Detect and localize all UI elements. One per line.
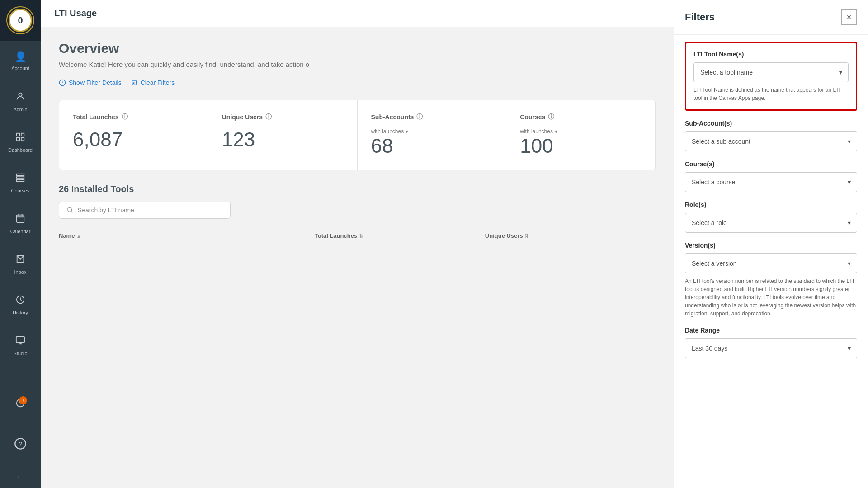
svg-rect-8: [17, 215, 24, 223]
search-box: [59, 202, 231, 219]
column-unique-users[interactable]: Unique Users ⇅: [485, 232, 656, 239]
filter-row: Show Filter Details Clear Filters: [59, 79, 656, 86]
sidebar-item-account[interactable]: 👤 Account: [0, 41, 41, 81]
svg-rect-1: [17, 133, 19, 136]
sidebar-item-history[interactable]: History: [0, 285, 41, 325]
close-filters-button[interactable]: ×: [841, 9, 857, 25]
courses-select-wrapper: Select a course ▾: [685, 172, 857, 192]
close-icon: ×: [847, 13, 852, 22]
courses-info-icon[interactable]: ⓘ: [548, 113, 554, 121]
versions-filter-title: Version(s): [685, 242, 857, 249]
svg-text:?: ?: [19, 441, 23, 448]
lti-tool-name-select[interactable]: Select a tool name: [693, 62, 849, 82]
clear-filters-button[interactable]: Clear Filters: [131, 79, 175, 86]
calendar-icon: [15, 213, 25, 226]
sidebar-item-help[interactable]: ? 10: [0, 384, 41, 425]
total-launches-label: Total Launches: [73, 113, 119, 121]
sidebar-logo[interactable]: 0: [0, 0, 41, 41]
roles-select[interactable]: Select a role: [685, 213, 857, 233]
sidebar-item-label: Admin: [13, 107, 27, 112]
courses-value: 100: [520, 135, 642, 157]
sidebar-item-studio[interactable]: Studio: [0, 325, 41, 366]
history-icon: [15, 295, 25, 307]
sort-users-icon: ⇅: [524, 233, 528, 239]
sidebar: 0 👤 Account Admin Dashboard Courses Cale…: [0, 0, 41, 488]
sub-accounts-select-wrapper: Select a sub account ▾: [685, 131, 857, 151]
courses-select[interactable]: Select a course: [685, 172, 857, 192]
stat-card-courses: Courses ⓘ with launches ▾ 100: [506, 100, 655, 170]
help-count-badge: 10: [19, 396, 27, 404]
sidebar-item-label: Inbox: [14, 269, 27, 275]
sidebar-item-label: Dashboard: [8, 147, 33, 153]
help-icon: ? 10: [15, 398, 25, 411]
svg-rect-2: [21, 133, 24, 136]
svg-rect-6: [17, 177, 24, 178]
top-bar: LTI Usage: [41, 0, 674, 27]
total-launches-info-icon[interactable]: ⓘ: [122, 113, 128, 121]
account-icon: 👤: [14, 51, 27, 63]
show-filter-details-button[interactable]: Show Filter Details: [59, 79, 122, 86]
search-input[interactable]: [78, 206, 223, 214]
unique-users-info-icon[interactable]: ⓘ: [265, 113, 272, 121]
svg-rect-4: [21, 138, 24, 141]
filters-header: Filters ×: [674, 0, 868, 35]
sidebar-item-inbox[interactable]: Inbox: [0, 244, 41, 285]
svg-point-0: [19, 93, 22, 96]
sidebar-bottom: ? 10 ? ←: [0, 384, 41, 488]
filter-section-roles: Role(s) Select a role ▾: [685, 192, 857, 233]
courses-chevron-icon[interactable]: ▾: [555, 128, 557, 135]
filter-section-lti-tool-name: LTI Tool Name(s) Select a tool name ▾ LT…: [685, 42, 857, 111]
stat-card-total-launches: Total Launches ⓘ 6,087: [59, 100, 208, 170]
lti-tool-name-select-wrapper: Select a tool name ▾: [693, 62, 849, 82]
filter-section-sub-accounts: Sub-Account(s) Select a sub account ▾: [685, 111, 857, 151]
logo-badge: 0: [9, 9, 32, 32]
collapse-sidebar-button[interactable]: ←: [0, 465, 41, 488]
svg-rect-13: [16, 337, 24, 343]
svg-rect-3: [17, 138, 19, 141]
total-launches-value: 6,087: [73, 128, 194, 151]
filters-panel: Filters × LTI Tool Name(s) Select a tool…: [674, 0, 868, 488]
date-range-filter-title: Date Range: [685, 327, 857, 334]
sidebar-item-dashboard[interactable]: Dashboard: [0, 122, 41, 163]
sub-accounts-sublabel: with launches: [371, 128, 404, 135]
roles-filter-title: Role(s): [685, 201, 857, 208]
svg-point-23: [67, 207, 72, 212]
show-filter-label: Show Filter Details: [69, 79, 122, 86]
table-header: Name ▲ Total Launches ⇅ Unique Users ⇅: [59, 228, 656, 244]
roles-select-wrapper: Select a role ▾: [685, 213, 857, 233]
unique-users-label: Unique Users: [222, 113, 263, 121]
date-range-select[interactable]: Last 30 days: [685, 338, 857, 358]
filter-section-date-range: Date Range Last 30 days ▾: [685, 318, 857, 358]
column-total-launches[interactable]: Total Launches ⇅: [315, 232, 485, 239]
sidebar-item-label: Calendar: [10, 229, 31, 234]
versions-select[interactable]: Select a version: [685, 253, 857, 273]
page-title: LTI Usage: [54, 8, 97, 19]
filters-body: LTI Tool Name(s) Select a tool name ▾ LT…: [674, 35, 868, 369]
lti-tool-note: LTI Tool Name is defined as the name tha…: [693, 86, 849, 102]
collapse-icon: ←: [16, 472, 24, 482]
filter-section-courses: Course(s) Select a course ▾: [685, 151, 857, 192]
sidebar-item-admin[interactable]: Admin: [0, 81, 41, 122]
courses-filter-title: Course(s): [685, 160, 857, 168]
svg-rect-7: [17, 180, 24, 182]
sidebar-item-calendar[interactable]: Calendar: [0, 203, 41, 244]
admin-icon: [15, 91, 25, 104]
studio-icon: [15, 335, 25, 348]
sidebar-item-courses[interactable]: Courses: [0, 163, 41, 203]
main-area: LTI Usage Overview Welcome Katie! Here y…: [41, 0, 674, 488]
sub-accounts-select[interactable]: Select a sub account: [685, 131, 857, 151]
column-name[interactable]: Name ▲: [59, 232, 315, 239]
sub-accounts-chevron-icon[interactable]: ▾: [406, 128, 408, 135]
sidebar-item-help-circle[interactable]: ?: [0, 425, 41, 465]
overview-description: Welcome Katie! Here you can quickly and …: [59, 61, 656, 68]
sub-accounts-label: Sub-Accounts: [371, 113, 414, 121]
lti-tool-name-title: LTI Tool Name(s): [693, 51, 849, 58]
filters-panel-title: Filters: [685, 11, 715, 23]
overview-title: Overview: [59, 41, 656, 56]
dashboard-icon: [15, 132, 25, 145]
sub-accounts-info-icon[interactable]: ⓘ: [416, 113, 423, 121]
unique-users-value: 123: [222, 128, 344, 151]
stat-card-sub-accounts: Sub-Accounts ⓘ with launches ▾ 68: [358, 100, 507, 170]
versions-select-wrapper: Select a version ▾: [685, 253, 857, 273]
svg-rect-5: [17, 174, 24, 176]
